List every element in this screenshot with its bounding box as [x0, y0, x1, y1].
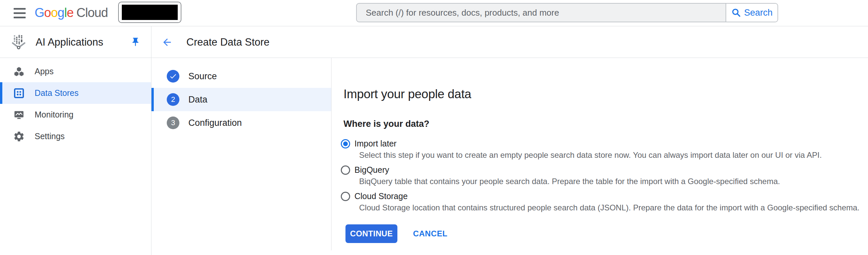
project-selector-redacted[interactable] [118, 2, 181, 23]
product-header: AI Applications [0, 26, 151, 58]
data-source-options: Import later Select this step if you wan… [332, 138, 868, 213]
option-label[interactable]: Import later [354, 138, 822, 149]
ai-applications-icon [10, 33, 28, 51]
step-configuration[interactable]: 3 Configuration [151, 111, 331, 134]
sidebar-item-label: Apps [35, 67, 54, 76]
sidebar-item-monitoring[interactable]: Monitoring [0, 104, 151, 126]
step-label: Source [188, 71, 217, 82]
content-title: Import your people data [343, 87, 868, 101]
create-data-store-page: GoogleCloud Search [0, 0, 868, 255]
step-label: Data [188, 95, 207, 105]
option-cloud-storage: Cloud Storage Cloud Storage location tha… [332, 191, 868, 213]
option-description: Select this step if you want to create a… [359, 150, 822, 160]
option-label[interactable]: BigQuery [354, 164, 780, 175]
monitoring-icon [13, 108, 25, 121]
product-title: AI Applications [36, 36, 103, 48]
redacted-block [122, 5, 178, 20]
menu-icon[interactable] [13, 8, 26, 18]
radio-bigquery[interactable] [341, 165, 350, 175]
sidebar-item-settings[interactable]: Settings [0, 126, 151, 147]
google-cloud-logo[interactable]: GoogleCloud [35, 6, 108, 20]
search-button-label: Search [744, 8, 773, 18]
step-source[interactable]: Source [151, 65, 331, 88]
sidebar-item-label: Monitoring [35, 110, 73, 120]
search-input[interactable] [357, 4, 725, 22]
sidebar-nav: Apps Data Stores [0, 58, 151, 147]
page-header: Create Data Store [151, 26, 868, 58]
search-icon [731, 8, 741, 18]
main-content: Import your people data Where is your da… [332, 58, 868, 255]
page-title: Create Data Store [186, 36, 270, 48]
check-icon [169, 72, 177, 80]
stepper: Source 2 Data 3 Configuration [151, 58, 331, 134]
step-done-badge [167, 70, 179, 83]
option-import-later: Import later Select this step if you wan… [332, 138, 868, 160]
back-arrow-icon[interactable] [161, 37, 173, 48]
step-number-badge: 3 [167, 117, 179, 129]
option-description: Cloud Storage location that contains str… [359, 203, 859, 213]
option-description: BiqQuery table that contains your people… [359, 177, 780, 186]
option-label[interactable]: Cloud Storage [354, 191, 859, 201]
sidebar-item-label: Data Stores [35, 88, 79, 98]
sidebar-item-label: Settings [35, 131, 65, 141]
content-question: Where is your data? [343, 119, 868, 129]
sidebar-item-apps[interactable]: Apps [0, 61, 151, 82]
data-stores-icon [13, 87, 25, 99]
cancel-button[interactable]: CANCEL [413, 229, 447, 238]
sidebar-item-data-stores[interactable]: Data Stores [0, 82, 151, 104]
continue-button[interactable]: CONTINUE [345, 224, 397, 243]
form-actions: CONTINUE CANCEL [345, 224, 868, 243]
global-search: Search [356, 3, 778, 22]
option-bigquery: BigQuery BiqQuery table that contains yo… [332, 164, 868, 186]
pin-icon[interactable] [130, 37, 141, 47]
settings-gear-icon [13, 130, 25, 143]
sub-header: AI Applications Create Data Store [0, 26, 868, 58]
top-app-bar: GoogleCloud Search [0, 0, 868, 26]
step-data[interactable]: 2 Data [151, 88, 331, 111]
radio-import-later[interactable] [341, 139, 350, 149]
radio-cloud-storage[interactable] [341, 192, 350, 201]
step-number-badge: 2 [167, 93, 179, 106]
step-label: Configuration [188, 118, 242, 128]
apps-cubes-icon [13, 65, 25, 78]
search-button[interactable]: Search [725, 4, 777, 22]
